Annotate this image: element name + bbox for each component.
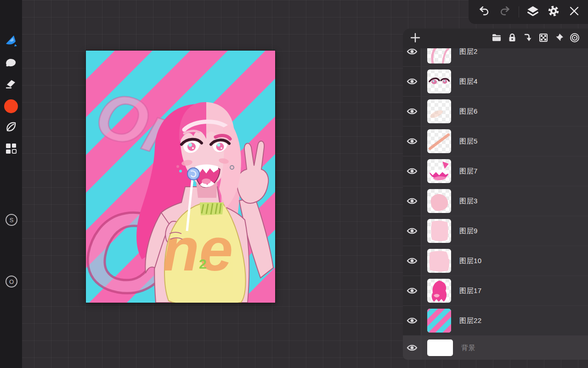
add-layer-button[interactable]: [407, 31, 423, 46]
layers-panel-header: [403, 29, 588, 48]
layer-thumbnail: [427, 189, 451, 213]
eraser-tool-button[interactable]: [3, 76, 19, 93]
clipping-button[interactable]: [567, 31, 582, 46]
eye-icon: [407, 343, 418, 352]
eye-icon: [407, 286, 418, 295]
merge-down-button[interactable]: [520, 31, 536, 46]
folder-icon: [491, 32, 502, 45]
layer-name: 图层22: [459, 316, 482, 325]
eye-icon: [407, 256, 418, 265]
shirt-green-mark: 2: [199, 256, 207, 271]
target-circles-icon: [569, 32, 580, 45]
layer-row[interactable]: 图层22: [403, 306, 588, 336]
layer-row-background[interactable]: 背景: [403, 336, 588, 360]
layer-visibility-toggle[interactable]: [403, 216, 421, 246]
layer-thumbnail: [427, 309, 451, 333]
layer-thumbnail: [427, 219, 451, 243]
size-knob-label: S: [10, 217, 14, 224]
layer-name: 图层10: [459, 257, 482, 265]
eye-icon: [407, 77, 418, 86]
toolbar-divider: [519, 6, 519, 17]
transparency-button[interactable]: [536, 31, 551, 46]
undo-icon: [478, 5, 491, 19]
layers-panel-toggle-button[interactable]: [524, 3, 543, 21]
layer-thumbnail: [427, 99, 451, 123]
layer-name: 图层6: [459, 107, 478, 116]
close-icon: [568, 5, 580, 19]
smudge-tool-button[interactable]: [3, 55, 19, 71]
layer-visibility-toggle[interactable]: [403, 97, 421, 126]
layer-thumbnail: [427, 339, 453, 356]
leaf-icon: [4, 120, 18, 136]
layer-visibility-toggle[interactable]: [403, 306, 421, 335]
plus-icon: [410, 32, 421, 45]
layer-row[interactable]: 图层3: [403, 186, 588, 216]
top-toolbar: [469, 0, 588, 24]
layer-visibility-toggle[interactable]: [403, 186, 421, 216]
brush-opacity-knob[interactable]: O: [6, 276, 17, 288]
redo-icon: [498, 5, 511, 19]
layer-visibility-toggle[interactable]: [403, 126, 421, 156]
pin-button[interactable]: [551, 31, 567, 46]
squares-grid-icon: [5, 142, 17, 157]
layer-visibility-toggle[interactable]: [403, 246, 421, 276]
layer-visibility-toggle[interactable]: [403, 48, 421, 66]
eye-icon: [407, 48, 418, 56]
pushpin-icon: [554, 33, 564, 45]
layer-row[interactable]: 图层9: [403, 216, 588, 246]
eye-icon: [407, 137, 418, 146]
current-color-swatch: [4, 99, 18, 113]
eye-icon: [407, 226, 418, 236]
layer-visibility-toggle[interactable]: [403, 67, 421, 96]
smudge-finger-icon: [4, 55, 18, 71]
layer-thumbnail: [427, 249, 451, 273]
layer-row[interactable]: 图层4: [403, 67, 588, 97]
layer-name: 图层7: [459, 167, 478, 176]
merge-down-arrow-icon: [523, 33, 533, 45]
paint-tool-button[interactable]: [3, 33, 19, 50]
layer-row[interactable]: 图层7: [403, 156, 588, 186]
tool-sidebar: [0, 0, 22, 368]
layer-thumbnail: [427, 69, 451, 93]
layer-row[interactable]: 图层10: [403, 246, 588, 276]
layer-thumbnail: [427, 279, 451, 303]
layers-panel: 图层2 图层4: [403, 29, 588, 360]
layer-thumbnail: [427, 159, 451, 183]
layers-list: 图层2 图层4: [403, 48, 588, 360]
layer-folder-button[interactable]: [489, 31, 504, 46]
layer-row[interactable]: 图层2: [403, 48, 588, 67]
layer-name: 图层2: [459, 48, 478, 56]
opacity-knob-label: O: [9, 278, 14, 285]
layer-row[interactable]: 图层5: [403, 126, 588, 156]
paint-brush-icon: [4, 34, 18, 49]
layer-visibility-toggle[interactable]: [403, 336, 421, 360]
layer-row[interactable]: 图层6: [403, 97, 588, 126]
layer-lock-button[interactable]: [504, 31, 520, 46]
layer-thumbnail: [427, 129, 451, 153]
layer-name: 图层4: [459, 77, 478, 86]
canvas-artwork: One O ne 2: [86, 51, 275, 303]
leaf-tool-button[interactable]: [3, 120, 19, 136]
redo-button[interactable]: [496, 3, 514, 21]
brush-size-knob[interactable]: S: [6, 214, 17, 226]
close-button[interactable]: [565, 3, 583, 21]
color-swatch-button[interactable]: [3, 98, 19, 115]
eye-icon: [407, 107, 418, 116]
layer-row[interactable]: 图层17: [403, 276, 588, 306]
layer-name: 背景: [461, 344, 475, 352]
layer-visibility-toggle[interactable]: [403, 276, 421, 305]
undo-button[interactable]: [475, 3, 494, 21]
assets-tool-button[interactable]: [3, 141, 19, 158]
layer-thumbnail: [427, 48, 451, 63]
eye-icon: [407, 167, 418, 176]
layer-visibility-toggle[interactable]: [403, 156, 421, 186]
layer-name: 图层3: [459, 197, 478, 206]
checkerboard-icon: [538, 33, 548, 45]
eraser-icon: [4, 77, 18, 92]
settings-button[interactable]: [544, 3, 563, 21]
layer-name: 图层5: [459, 137, 478, 146]
layer-name: 图层17: [459, 287, 482, 295]
drawing-canvas[interactable]: One O ne 2: [86, 51, 275, 303]
layer-name: 图层9: [459, 227, 478, 236]
lock-icon: [507, 33, 517, 45]
